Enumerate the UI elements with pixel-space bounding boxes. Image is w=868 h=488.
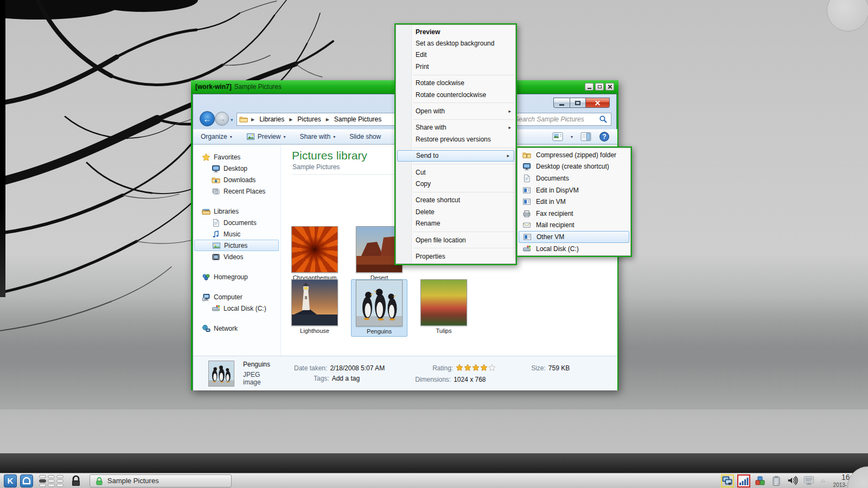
send-to-item-desktop-create-shortcut[interactable]: Desktop (create shortcut) [518, 161, 630, 173]
context-menu-item-rotate-counterclockwise[interactable]: Rotate counterclockwise [396, 89, 515, 100]
toolbar-share-with-button[interactable]: Share with▾ [299, 133, 335, 140]
send-to-item-fax-recipient[interactable]: Fax recipient [518, 208, 630, 220]
history-dropdown-icon[interactable]: ▾ [231, 117, 233, 123]
send-to-item-edit-in-dispvm[interactable]: Edit in DispVM [518, 184, 630, 196]
forward-button[interactable]: → [215, 112, 229, 126]
breadcrumb-separator-icon[interactable]: ▶ [288, 117, 293, 122]
send-to-item-local-disk-c[interactable]: Local Disk (C:) [518, 243, 630, 255]
send-to-item-mail-recipient[interactable]: Mail recipient [518, 220, 630, 232]
context-menu-item-share-with[interactable]: Share with▸ [396, 122, 515, 133]
pager-cell[interactable] [48, 484, 55, 487]
navigation-pane: FavoritesDesktopDownloadsRecent PlacesLi… [193, 145, 281, 356]
breadcrumb-segment-libraries[interactable]: Libraries [258, 115, 286, 123]
context-menu-item-copy[interactable]: Copy [396, 178, 515, 189]
star-filled-icon[interactable] [456, 364, 463, 371]
breadcrumb-segment-pictures[interactable]: Pictures [296, 115, 322, 123]
size-label: Size: [531, 364, 546, 372]
lock-icon[interactable] [69, 474, 82, 487]
sidebar-item-pictures[interactable]: Pictures [194, 240, 279, 251]
context-menu-item-restore-previous-versions[interactable]: Restore previous versions [396, 133, 515, 145]
sidebar-item-desktop[interactable]: Desktop [193, 163, 280, 174]
sidebar-item-homegroup[interactable]: Homegroup [193, 271, 280, 282]
breadcrumb-separator-icon[interactable]: ▶ [250, 117, 256, 122]
qubes-close-button[interactable] [605, 83, 614, 91]
toolbar-preview-button[interactable]: Preview▾ [246, 132, 286, 141]
file-tile-chrysanthemum[interactable]: Chrysanthemum [286, 226, 343, 284]
send-to-item-compressed-zipped-folder[interactable]: Compressed (zipped) folder [518, 149, 630, 161]
kde-menu-button[interactable]: K [4, 474, 17, 487]
network-bars-icon[interactable] [737, 474, 750, 487]
minimize-button[interactable] [553, 98, 570, 108]
sidebar-item-recent-places[interactable]: Recent Places [193, 185, 280, 197]
sidebar-item-local-disk-c[interactable]: Local Disk (C:) [193, 303, 280, 314]
maximize-button[interactable] [570, 98, 586, 108]
star-filled-icon[interactable] [480, 364, 488, 371]
context-menu-item-rename[interactable]: Rename [396, 217, 515, 229]
search-input[interactable]: Search Sample Pictures [514, 115, 599, 123]
pager-cell[interactable] [48, 475, 55, 478]
launcher-button[interactable] [20, 474, 33, 487]
pager-cell[interactable] [48, 479, 55, 483]
close-button[interactable] [586, 98, 610, 108]
sidebar-item-videos[interactable]: Videos [193, 251, 280, 262]
context-menu-item-rotate-clockwise[interactable]: Rotate clockwise [396, 78, 515, 89]
magnifier-icon[interactable] [599, 115, 608, 124]
pager-cell[interactable] [56, 484, 63, 487]
context-menu-item-preview[interactable]: Preview [396, 26, 515, 37]
breadcrumb-separator-icon[interactable]: ▶ [325, 117, 330, 122]
qubes-minimize-button[interactable] [585, 83, 593, 91]
display-icon[interactable] [802, 474, 815, 487]
file-tile-tulips[interactable]: Tulips [416, 279, 472, 337]
context-menu-item-open-with[interactable]: Open with▸ [396, 105, 515, 117]
pager-cell[interactable] [56, 475, 63, 478]
plasma-cashew-top[interactable] [827, 0, 868, 31]
sidebar-item-favorites[interactable]: Favorites [193, 151, 280, 163]
help-icon[interactable]: ? [599, 132, 610, 142]
star-empty-icon[interactable] [488, 364, 496, 371]
sidebar-item-documents[interactable]: Documents [193, 217, 280, 228]
sidebar-item-computer[interactable]: Computer [193, 291, 280, 303]
file-tile-penguins[interactable]: Penguins [351, 279, 407, 337]
qubes-cubes-icon[interactable] [754, 474, 767, 487]
context-menu-item-create-shortcut[interactable]: Create shortcut [396, 195, 515, 206]
chevron-down-icon[interactable]: ▾ [571, 134, 573, 139]
desktop-pager[interactable] [39, 475, 63, 487]
sidebar-item-music[interactable]: Music [193, 228, 280, 240]
context-menu-item-set-as-desktop-background[interactable]: Set as desktop background [396, 37, 515, 49]
vm-devices-icon[interactable] [721, 474, 734, 487]
toolbar-organize-button[interactable]: Organize▾ [201, 133, 232, 140]
sidebar-item-downloads[interactable]: Downloads [193, 174, 280, 185]
pager-cell[interactable] [39, 475, 46, 478]
pager-cell[interactable] [39, 479, 46, 483]
taskbar-button-sample-pictures[interactable]: Sample Pictures [90, 474, 232, 487]
qubes-maximize-button[interactable] [595, 83, 604, 91]
breadcrumb-segment-sample-pictures[interactable]: Sample Pictures [333, 115, 383, 123]
context-menu-item-cut[interactable]: Cut [396, 166, 515, 178]
context-menu-item-send-to[interactable]: Send to▸ [397, 150, 514, 162]
context-menu-item-print[interactable]: Print [396, 61, 515, 72]
send-to-item-other-vm[interactable]: Other VM [519, 231, 629, 243]
sidebar-item-libraries[interactable]: Libraries [193, 206, 280, 217]
pager-cell[interactable] [56, 479, 63, 483]
search-box[interactable]: Search Sample Pictures [510, 113, 611, 126]
preview-pane-icon[interactable] [580, 132, 591, 142]
context-menu-item-properties[interactable]: Properties [396, 251, 515, 262]
back-button[interactable]: ← [200, 111, 215, 126]
tray-expander-icon[interactable] [819, 474, 827, 487]
file-tile-lighthouse[interactable]: Lighthouse [286, 279, 343, 337]
rating-stars[interactable] [456, 364, 496, 373]
context-menu-item-open-file-location[interactable]: Open file location [396, 234, 515, 246]
send-to-item-documents[interactable]: Documents [518, 172, 630, 184]
star-filled-icon[interactable] [472, 364, 480, 371]
toolbar-slide-show-button[interactable]: Slide show [349, 133, 381, 140]
pager-cell[interactable] [39, 484, 46, 487]
context-menu-item-delete[interactable]: Delete [396, 206, 515, 217]
star-filled-icon[interactable] [464, 364, 471, 371]
views-icon[interactable] [552, 132, 563, 142]
context-menu-item-edit[interactable]: Edit [396, 49, 515, 61]
tags-value[interactable]: Add a tag [332, 375, 360, 382]
volume-icon[interactable] [786, 474, 799, 487]
sidebar-item-network[interactable]: Network [193, 323, 280, 334]
clipboard-icon[interactable] [770, 474, 783, 487]
send-to-item-edit-in-vm[interactable]: Edit in VM [518, 196, 630, 208]
